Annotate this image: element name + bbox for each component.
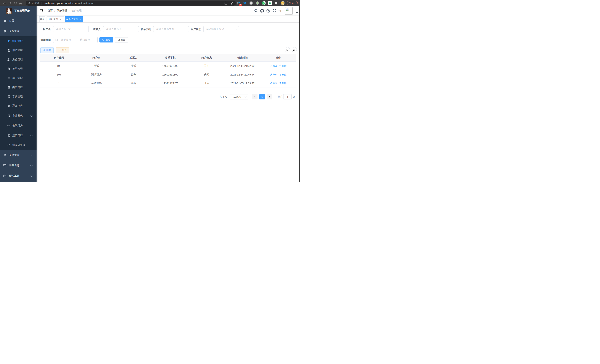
user-icon <box>7 49 10 52</box>
sidebar-item-审计日志[interactable]: 审计日志 <box>0 111 37 121</box>
extension-chat[interactable] <box>268 1 272 5</box>
page-size-select[interactable]: 10条/页 <box>230 94 248 99</box>
table-header: 租户编号租户名联系人联系手机租户状态创建时间操作 <box>40 54 296 62</box>
filter-status-select[interactable]: 请选择租户状态 <box>203 26 239 32</box>
tag-close-icon[interactable] <box>60 18 61 20</box>
page-number-1[interactable]: 1 <box>259 94 265 99</box>
extensions-menu-button[interactable] <box>274 1 279 5</box>
browser-reload-button[interactable] <box>13 0 18 6</box>
export-button-label: 导出 <box>62 49 66 52</box>
sidebar-item-支付管理[interactable]: 支付管理 <box>0 150 37 160</box>
github-icon <box>260 9 264 13</box>
sidebar-item-短信管理[interactable]: 短信管理 <box>0 130 37 141</box>
tag-active-dot <box>66 19 68 20</box>
cell-tenant-name: 测试租户 <box>78 70 115 79</box>
sidebar-item-研发工具[interactable]: 研发工具 <box>0 171 37 181</box>
cell-status: 关闭 <box>188 62 225 70</box>
monitor-icon <box>3 164 6 167</box>
breadcrumb-home[interactable]: 首页 <box>47 9 53 12</box>
sidebar-item-角色管理[interactable]: 角色管理 <box>0 55 37 64</box>
sidebar-item-租户管理[interactable]: 租户管理 <box>0 36 37 46</box>
edit-link[interactable]: 修改 <box>270 64 277 67</box>
code-icon <box>7 144 10 147</box>
app-title: 芋道管理系统 <box>14 9 30 12</box>
avatar-dropdown-caret[interactable] <box>296 12 298 14</box>
sidebar-item-首页[interactable]: 首页 <box>0 16 37 26</box>
breadcrumb-system[interactable]: 系统管理 <box>57 9 67 12</box>
menu-item-label: 支付管理 <box>9 153 19 157</box>
tag-首页[interactable]: 首页 <box>39 16 45 22</box>
header-search-button[interactable] <box>253 6 259 15</box>
edit-link[interactable]: 修改 <box>270 82 277 85</box>
tag-租户管理[interactable]: 租户管理 <box>65 16 83 22</box>
extension-parachute[interactable] <box>243 1 247 5</box>
export-button[interactable]: 导出 <box>56 47 69 53</box>
menu-item-label: 首页 <box>9 19 14 22</box>
reset-button[interactable]: 重置 <box>115 37 128 42</box>
help-doc-link[interactable]: ? <box>265 6 271 15</box>
search-button[interactable]: 搜索 <box>99 37 113 42</box>
browser-update-button[interactable]: 更新 <box>287 1 298 5</box>
extension-yuque[interactable] <box>262 1 266 5</box>
browser-home-button[interactable] <box>18 0 23 6</box>
edit-pencil-icon <box>270 74 272 76</box>
goto-page-input[interactable]: 1 <box>283 94 292 99</box>
edit-link[interactable]: 修改 <box>270 73 277 76</box>
gear-icon <box>3 30 6 33</box>
sidebar-item-字典管理[interactable]: 字典管理 <box>0 92 37 101</box>
fullscreen-icon <box>273 9 276 12</box>
breadcrumb-current: 租户管理 <box>71 9 82 12</box>
share-button[interactable] <box>224 1 228 5</box>
sidebar-item-用户管理[interactable]: 用户管理 <box>0 46 37 55</box>
browser-back-button[interactable] <box>2 0 7 6</box>
browser-profile-avatar[interactable] <box>280 1 285 5</box>
cell-tenant-name: 测试 <box>78 62 115 70</box>
filter-contact-input[interactable]: 请输入联系人 <box>103 26 139 32</box>
extension-tab-manager[interactable]: 10 <box>236 1 241 5</box>
font-size-button[interactable]: TT <box>277 6 283 15</box>
gray-green-dot-icon <box>256 1 259 5</box>
prev-page-button[interactable] <box>252 94 258 99</box>
add-button[interactable]: 新增 <box>40 47 54 53</box>
sidebar-item-岗位管理[interactable]: 岗位管理 <box>0 83 37 92</box>
filter-mobile-input[interactable]: 请输入联系手机 <box>153 26 189 32</box>
url-text[interactable]: dashboard.yudao.iocoder.cn/system/tenant <box>44 2 94 5</box>
toggle-search-button[interactable] <box>285 47 290 52</box>
sidebar-logo[interactable]: 芋道管理系统 <box>0 6 37 15</box>
sidebar-item-在线用户[interactable]: 在线用户 <box>0 121 37 130</box>
address-bar[interactable]: 不安全 dashboard.yudao.iocoder.cn/system/te… <box>26 0 236 6</box>
tag-部门管理[interactable]: 部门管理 <box>47 16 64 22</box>
sidebar-item-菜单管理[interactable]: 菜单管理 <box>0 64 37 74</box>
date-start-placeholder[interactable]: 开始日期 <box>59 38 74 42</box>
browser-forward-button[interactable] <box>7 0 12 6</box>
sidebar-item-通知公告[interactable]: 通知公告 <box>0 101 37 111</box>
tag-close-icon[interactable] <box>80 18 81 20</box>
chevron-right-icon <box>269 96 270 98</box>
menu-item-label: 错误码管理 <box>12 144 25 147</box>
sidebar-item-部门管理[interactable]: 部门管理 <box>0 74 37 83</box>
refresh-table-button[interactable] <box>292 47 297 52</box>
next-page-button[interactable] <box>267 94 272 99</box>
date-end-placeholder[interactable]: 结束日期 <box>78 38 93 42</box>
sidebar-item-基础设施[interactable]: 基础设施 <box>0 160 37 171</box>
fullscreen-button[interactable] <box>271 6 277 15</box>
hamburger-toggle-icon[interactable] <box>40 9 43 12</box>
column-header-租户编号: 租户编号 <box>40 54 78 62</box>
sidebar-item-错误码管理[interactable]: 错误码管理 <box>0 141 37 150</box>
delete-link[interactable]: 删除 <box>279 73 286 76</box>
extension-recorder[interactable] <box>255 1 260 5</box>
delete-link[interactable]: 删除 <box>279 82 286 85</box>
extension-command[interactable] <box>249 1 253 5</box>
github-link[interactable] <box>259 6 265 15</box>
bookmark-button[interactable] <box>230 1 234 5</box>
filter-name-input[interactable]: 请输入租户名 <box>53 26 89 32</box>
user-avatar[interactable] <box>285 7 293 15</box>
filter-daterange-input[interactable]: 开始日期 - 结束日期 <box>53 37 98 43</box>
menu-item-label: 岗位管理 <box>12 86 23 89</box>
menu-item-label: 短信管理 <box>12 134 23 137</box>
menu-item-label: 审计日志 <box>12 114 23 117</box>
security-label[interactable]: 不安全 <box>32 1 39 5</box>
sidebar-item-系统管理[interactable]: 系统管理 <box>0 26 37 36</box>
chevron-down-icon <box>30 114 33 117</box>
delete-link[interactable]: 删除 <box>279 64 286 67</box>
